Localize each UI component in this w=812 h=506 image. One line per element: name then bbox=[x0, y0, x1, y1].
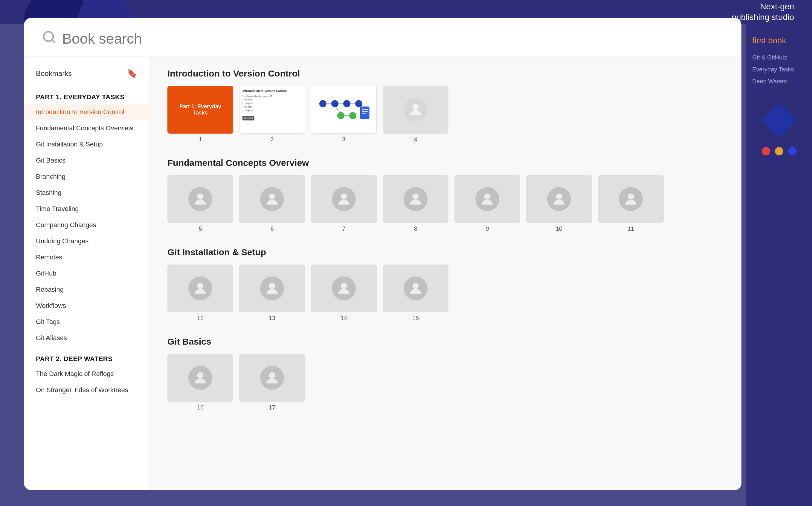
bookmark-icon: 🔖 bbox=[127, 69, 137, 78]
svg-rect-16 bbox=[362, 113, 366, 113]
right-panel-item-2: Deep Waters bbox=[752, 75, 794, 87]
page-2-content: Introduction to Version Control You know… bbox=[239, 86, 305, 133]
page-thumb-3[interactable]: 3 bbox=[311, 86, 377, 143]
sidebar-item-workflows[interactable]: Workflows bbox=[24, 298, 149, 314]
section-fundamental-grid: 5 6 bbox=[167, 175, 724, 232]
page-thumb-13[interactable]: 13 bbox=[239, 264, 305, 322]
page-img-10 bbox=[526, 175, 592, 223]
page-num-15: 15 bbox=[412, 315, 419, 322]
page-thumb-1[interactable]: Part 1. Everyday Tasks 1 bbox=[167, 86, 233, 143]
page-9-icon bbox=[475, 187, 499, 211]
main-content: Introduction to Version Control Part 1. … bbox=[150, 57, 741, 490]
page-thumb-15[interactable]: 15 bbox=[383, 264, 449, 322]
page-thumb-2[interactable]: Introduction to Version Control You know… bbox=[239, 86, 305, 143]
section-intro-grid: Part 1. Everyday Tasks 1 Introduction to… bbox=[167, 86, 724, 143]
page-thumb-5[interactable]: 5 bbox=[167, 175, 233, 232]
section-intro: Introduction to Version Control Part 1. … bbox=[167, 69, 724, 143]
svg-point-19 bbox=[269, 193, 275, 200]
right-panel-items: Git & GitHub: Everyday Tasks Deep Waters bbox=[752, 52, 794, 87]
svg-point-23 bbox=[556, 193, 562, 200]
page-5-icon bbox=[188, 187, 212, 211]
svg-point-26 bbox=[269, 283, 275, 289]
page-img-14 bbox=[311, 264, 377, 312]
svg-point-25 bbox=[197, 283, 204, 289]
svg-point-30 bbox=[269, 372, 275, 378]
page-num-11: 11 bbox=[628, 225, 634, 232]
page-thumb-8[interactable]: 8 bbox=[383, 175, 449, 232]
sidebar-item-git-install[interactable]: Git Installation & Setup bbox=[24, 136, 149, 152]
page-num-9: 9 bbox=[486, 225, 489, 232]
page-8-icon bbox=[404, 187, 427, 211]
page-img-8 bbox=[383, 175, 449, 223]
page-thumb-14[interactable]: 14 bbox=[311, 264, 377, 322]
page-num-7: 7 bbox=[342, 225, 345, 232]
page-num-6: 6 bbox=[270, 225, 273, 232]
page-16-icon bbox=[188, 366, 212, 390]
page-14-icon bbox=[332, 276, 356, 301]
dot-orange bbox=[775, 147, 783, 155]
page-12-icon bbox=[188, 276, 212, 301]
svg-point-4 bbox=[343, 100, 350, 107]
search-input[interactable] bbox=[62, 30, 724, 47]
sidebar-item-branching[interactable]: Branching bbox=[24, 169, 149, 185]
page-thumb-16[interactable]: 16 bbox=[167, 354, 233, 411]
page-thumb-6[interactable]: 6 bbox=[239, 175, 305, 232]
svg-point-10 bbox=[349, 112, 356, 119]
sidebar-item-reflogs[interactable]: The Dark Magic of Reflogs bbox=[24, 366, 149, 382]
page-10-icon bbox=[547, 187, 571, 211]
page-num-3: 3 bbox=[342, 136, 345, 143]
svg-point-3 bbox=[331, 100, 338, 107]
page-17-icon bbox=[260, 366, 284, 390]
page-img-6 bbox=[239, 175, 305, 223]
section-git-install: Git Installation & Setup 12 bbox=[167, 247, 724, 322]
sidebar-item-github[interactable]: GitHub bbox=[24, 265, 149, 281]
sidebar-item-worktrees[interactable]: On Stranger Tides of Worktrees bbox=[24, 382, 149, 398]
sidebar-item-undoing[interactable]: Undoing Changes bbox=[24, 233, 149, 249]
page-img-4 bbox=[383, 86, 449, 134]
page-num-10: 10 bbox=[556, 225, 562, 232]
svg-point-20 bbox=[341, 193, 347, 200]
sidebar-item-stashing[interactable]: Stashing bbox=[24, 185, 149, 201]
page-thumb-4[interactable]: 4 bbox=[383, 86, 449, 143]
sidebar-item-fundamental[interactable]: Fundamental Concepts Overview bbox=[24, 120, 149, 136]
section-git-basics: Git Basics 16 bbox=[167, 337, 724, 411]
svg-line-11 bbox=[335, 107, 341, 112]
section-intro-title: Introduction to Version Control bbox=[167, 69, 724, 79]
sidebar-item-git-basics[interactable]: Git Basics bbox=[24, 152, 149, 169]
section-git-install-grid: 12 13 bbox=[167, 264, 724, 322]
page-num-12: 12 bbox=[197, 315, 204, 322]
page-1-text: Part 1. Everyday Tasks bbox=[167, 97, 233, 122]
page-thumb-11[interactable]: 11 bbox=[598, 175, 664, 232]
page-num-17: 17 bbox=[269, 404, 275, 411]
page-4-icon bbox=[404, 98, 427, 121]
sidebar-item-rebasing[interactable]: Rebasing bbox=[24, 281, 149, 298]
page-thumb-9[interactable]: 9 bbox=[455, 175, 520, 232]
sidebar-item-remotes[interactable]: Remotes bbox=[24, 249, 149, 265]
section-git-basics-title: Git Basics bbox=[167, 337, 724, 347]
svg-point-28 bbox=[413, 283, 419, 289]
dots-diagram-svg bbox=[314, 89, 374, 131]
page-thumb-10[interactable]: 10 bbox=[526, 175, 592, 232]
diamond-icon bbox=[762, 103, 796, 137]
sidebar-item-time-traveling[interactable]: Time Traveling bbox=[24, 201, 149, 217]
page-num-14: 14 bbox=[340, 315, 347, 322]
page-num-8: 8 bbox=[414, 225, 417, 232]
sidebar-item-git-aliases[interactable]: Git Aliases bbox=[24, 330, 149, 346]
page-thumb-7[interactable]: 7 bbox=[311, 175, 377, 232]
sidebar-item-git-tags[interactable]: Git Tags bbox=[24, 314, 149, 330]
svg-point-9 bbox=[337, 112, 344, 119]
page-thumb-17[interactable]: 17 bbox=[239, 354, 305, 411]
page-thumb-12[interactable]: 12 bbox=[167, 264, 233, 322]
sidebar-item-intro[interactable]: Introduction to Version Control bbox=[24, 104, 149, 120]
svg-point-29 bbox=[197, 372, 204, 378]
section-fundamental: Fundamental Concepts Overview 5 bbox=[167, 158, 724, 232]
dot-blue bbox=[788, 147, 797, 155]
search-bar bbox=[24, 18, 741, 57]
page-num-2: 2 bbox=[270, 136, 273, 143]
sidebar-item-comparing[interactable]: Comparing Changes bbox=[24, 217, 149, 233]
svg-point-22 bbox=[484, 193, 491, 200]
right-panel: first book Git & GitHub: Everyday Tasks … bbox=[746, 24, 812, 506]
page-img-7 bbox=[311, 175, 377, 223]
tagline: Next-gen publishing studio bbox=[732, 1, 794, 23]
page-num-4: 4 bbox=[414, 136, 417, 143]
